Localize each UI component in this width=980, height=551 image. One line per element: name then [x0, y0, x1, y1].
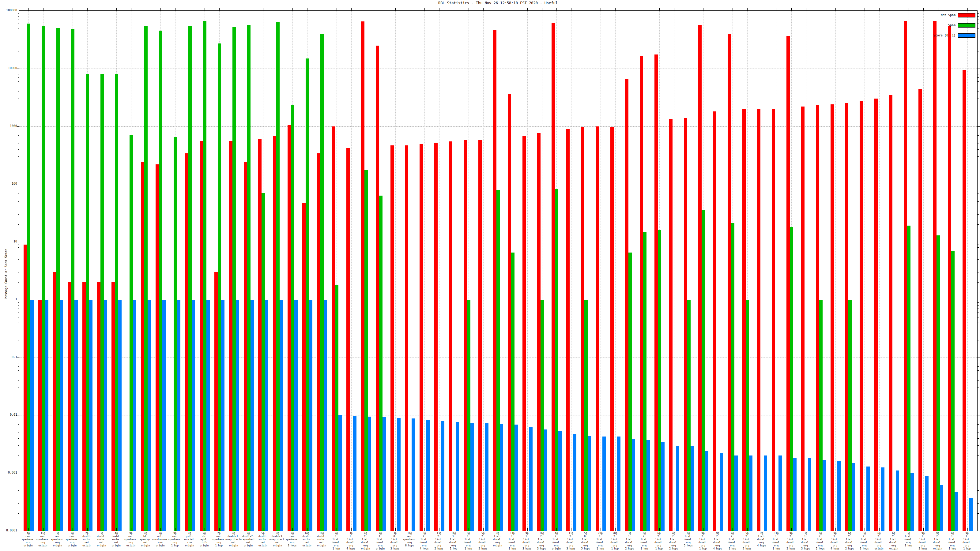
x-tick-top — [835, 8, 836, 11]
y-minor-tick-right — [977, 428, 979, 428]
spam-bar — [907, 225, 910, 531]
y-minor-tick-left — [18, 51, 19, 51]
y-tick-label: 0.1 — [0, 355, 17, 359]
x-tick-bottom — [718, 528, 718, 531]
x-axis-label-line: 1. — [949, 535, 980, 538]
x-tick-top — [527, 8, 528, 11]
y-minor-tick-left — [18, 370, 19, 371]
y-minor-tick-left — [18, 330, 19, 330]
score-0-1--bar — [485, 423, 488, 531]
not-spam-bar — [449, 141, 452, 531]
y-minor-tick-left — [18, 24, 19, 24]
not-spam-bar — [757, 109, 760, 531]
y-minor-tick-right — [977, 424, 979, 425]
not-spam-bar — [273, 136, 276, 531]
rbl-statistics-chart: RBL Statistics - Thu Nov 26 12:58:18 EST… — [0, 0, 980, 551]
x-gridline — [571, 11, 571, 531]
spam-bar — [511, 252, 514, 531]
x-tick-top — [58, 8, 58, 11]
x-gridline — [835, 11, 836, 531]
spam-bar — [173, 137, 177, 531]
score-0-1--bar — [89, 300, 92, 531]
x-tick-top — [175, 8, 175, 11]
not-spam-bar — [200, 141, 203, 531]
x-tick-top — [161, 8, 161, 11]
x-tick-bottom — [366, 528, 366, 531]
score-0-1--bar — [778, 456, 782, 531]
not-spam-bar — [889, 95, 892, 531]
x-tick-bottom — [146, 528, 146, 531]
score-0-1--bar — [118, 300, 122, 531]
x-tick-bottom — [454, 528, 454, 531]
not-spam-bar — [258, 139, 261, 531]
score-0-1--bar — [793, 458, 797, 531]
spam-bar — [937, 235, 940, 531]
x-tick-bottom — [908, 528, 909, 531]
score-0-1--bar — [558, 431, 562, 531]
x-tick-top — [850, 8, 850, 11]
x-tick-bottom — [410, 528, 410, 531]
y-minor-tick-left — [18, 13, 19, 14]
y-minor-tick-left — [18, 132, 19, 132]
score-0-1--bar — [749, 456, 752, 531]
x-tick-bottom — [542, 528, 542, 531]
x-gridline — [615, 11, 616, 531]
y-minor-tick-left — [18, 81, 19, 82]
y-minor-tick-right — [977, 479, 979, 479]
x-tick-bottom — [615, 528, 616, 531]
x-tick-bottom — [29, 528, 29, 531]
y-minor-tick-right — [977, 387, 979, 388]
x-tick-bottom — [835, 528, 836, 531]
spam-bar — [188, 26, 192, 531]
y-major-tick-left — [17, 68, 19, 69]
not-spam-bar — [772, 109, 775, 531]
x-tick-bottom — [161, 528, 161, 531]
x-tick-top — [953, 8, 953, 11]
x-tick-top — [29, 8, 29, 11]
x-tick-bottom — [439, 528, 439, 531]
x-tick-bottom — [87, 528, 88, 531]
not-spam-bar — [625, 79, 628, 531]
not-spam-bar — [229, 141, 232, 531]
y-minor-tick-right — [977, 13, 979, 14]
score-0-1--bar — [808, 458, 811, 531]
score-0-1--bar — [280, 300, 283, 531]
x-gridline — [806, 11, 807, 531]
x-tick-top — [483, 8, 484, 11]
x-tick-bottom — [630, 528, 630, 531]
not-spam-bar — [610, 127, 614, 531]
y-minor-tick-left — [18, 476, 19, 476]
y-minor-tick-right — [977, 190, 979, 190]
spam-bar — [305, 59, 309, 531]
y-minor-tick-right — [977, 418, 979, 418]
spam-bar — [218, 43, 221, 531]
y-minor-tick-right — [977, 456, 979, 456]
y-minor-tick-left — [18, 432, 19, 433]
not-spam-bar — [68, 282, 71, 531]
score-0-1--bar — [866, 467, 870, 531]
score-0-1--bar — [294, 300, 298, 531]
y-minor-tick-left — [18, 187, 19, 187]
y-minor-tick-right — [977, 132, 979, 132]
y-minor-tick-right — [977, 139, 979, 139]
not-spam-bar — [141, 162, 144, 531]
spam-bar — [276, 22, 280, 531]
x-tick-bottom — [337, 528, 337, 531]
x-gridline — [395, 11, 396, 531]
x-tick-top — [821, 8, 821, 11]
y-minor-tick-right — [977, 129, 979, 129]
y-minor-tick-left — [18, 255, 19, 255]
not-spam-bar — [156, 164, 159, 531]
score-0-1--bar — [368, 417, 371, 531]
x-tick-top — [351, 8, 352, 11]
score-0-1--bar — [426, 420, 430, 531]
not-spam-bar — [508, 94, 511, 531]
x-axis-label-line: dnswl. — [949, 541, 980, 544]
y-minor-tick-right — [977, 330, 979, 330]
x-tick-bottom — [278, 528, 278, 531]
x-gridline — [527, 11, 528, 531]
score-0-1--bar — [250, 300, 254, 531]
x-tick-bottom — [116, 528, 117, 531]
spam-bar — [702, 210, 705, 531]
score-0-1--bar — [544, 429, 547, 531]
